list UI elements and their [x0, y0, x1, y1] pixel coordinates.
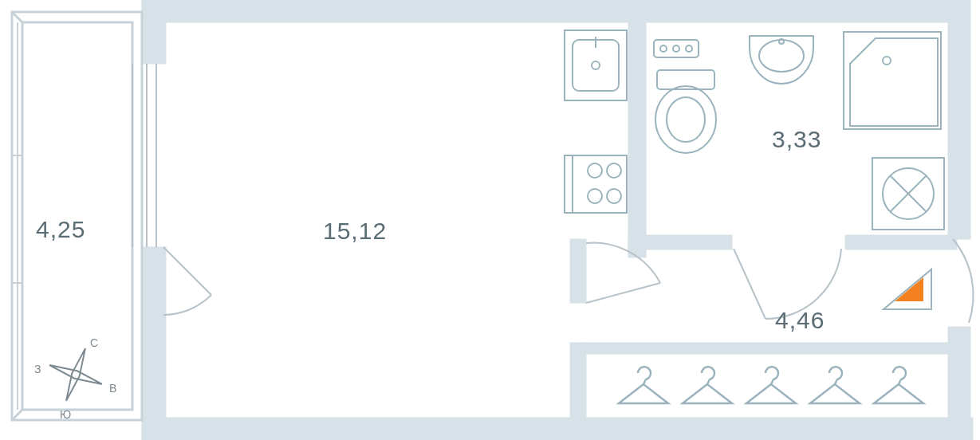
svg-rect-1	[948, 0, 970, 239]
svg-point-34	[588, 189, 602, 203]
compass: С Ю В З	[34, 336, 116, 421]
svg-line-51	[734, 249, 766, 319]
label-balcony: 4,25	[36, 216, 85, 242]
svg-line-18	[12, 410, 22, 420]
compass-e: В	[109, 382, 116, 395]
svg-marker-53	[884, 269, 931, 309]
svg-rect-13	[586, 343, 949, 354]
faucet-trio	[654, 40, 699, 57]
balcony-glazing	[12, 22, 22, 410]
entry-door	[953, 239, 974, 323]
svg-rect-4	[570, 418, 973, 440]
label-hallway: 4,46	[775, 307, 825, 333]
svg-point-38	[673, 45, 679, 52]
washing-machine	[872, 158, 944, 230]
compass-w: З	[34, 363, 41, 375]
svg-line-22	[163, 247, 211, 295]
kitchen-sink	[565, 30, 627, 100]
compass-s: Ю	[60, 408, 71, 421]
svg-point-46	[883, 57, 891, 65]
svg-rect-12	[628, 243, 646, 257]
bathroom-sink	[750, 36, 813, 84]
svg-rect-9	[845, 235, 957, 249]
svg-rect-6	[142, 247, 166, 440]
wardrobe-hangers	[619, 367, 923, 403]
svg-point-35	[607, 189, 621, 203]
svg-rect-5	[142, 0, 166, 64]
svg-rect-45	[844, 32, 941, 129]
entry-direction-triangle	[884, 269, 931, 309]
svg-marker-54	[895, 277, 923, 301]
floor-plan: С Ю В З 4,25 15,12 3,33 4,46	[0, 0, 980, 440]
svg-point-42	[667, 97, 705, 142]
svg-point-39	[686, 45, 692, 52]
stove	[565, 155, 627, 213]
hallway-door	[586, 243, 660, 303]
svg-rect-7	[628, 22, 646, 243]
label-main: 15,12	[323, 218, 387, 244]
svg-rect-10	[570, 239, 586, 303]
svg-line-52	[586, 283, 660, 303]
svg-point-37	[660, 45, 667, 52]
svg-rect-11	[570, 343, 586, 440]
svg-line-17	[12, 12, 22, 22]
compass-n: С	[90, 336, 98, 349]
svg-point-44	[779, 39, 784, 44]
walls	[142, 0, 973, 440]
svg-rect-0	[142, 0, 967, 22]
svg-point-41	[655, 86, 716, 153]
toilet	[655, 70, 716, 153]
svg-point-28	[592, 61, 600, 69]
svg-rect-3	[142, 418, 577, 440]
label-bathroom: 3,33	[772, 126, 821, 152]
svg-point-32	[588, 163, 602, 178]
svg-point-33	[607, 163, 621, 178]
shower	[844, 32, 941, 129]
